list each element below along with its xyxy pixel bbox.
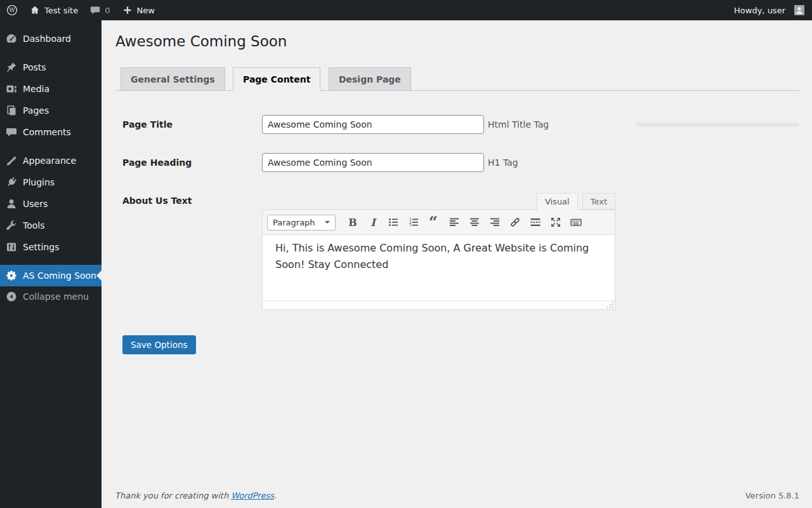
collapse-menu-label: Collapse menu — [23, 291, 89, 302]
page-title: Awesome Coming Soon — [115, 27, 799, 54]
wordpress-link[interactable]: WordPress — [231, 491, 274, 500]
align-left-button[interactable] — [445, 213, 464, 231]
numbered-list-icon: 1 2 3 — [407, 216, 420, 229]
page-heading-input[interactable] — [262, 153, 484, 172]
gear-icon — [5, 269, 18, 282]
sidebar-item-comments[interactable]: Comments — [0, 121, 102, 143]
align-left-icon — [448, 216, 461, 229]
sidebar-item-settings[interactable]: Settings — [0, 236, 102, 258]
tab-design-page[interactable]: Design Page — [329, 67, 411, 91]
italic-button[interactable]: I — [363, 213, 383, 231]
settings-tab-bar: General Settings Page Content Design Pag… — [115, 67, 799, 91]
wordpress-logo-icon: W — [6, 4, 18, 16]
tab-general-settings[interactable]: General Settings — [121, 67, 225, 91]
sidebar-item-label: Dashboard — [23, 34, 71, 44]
chevron-down-icon — [325, 221, 330, 226]
svg-text:W: W — [9, 6, 15, 13]
sidebar-item-label: Media — [23, 84, 49, 94]
insert-link-button[interactable] — [506, 213, 525, 231]
sidebar-item-label: Tools — [23, 220, 45, 231]
plugin-icon — [5, 176, 18, 189]
menu-separator — [0, 50, 102, 57]
page-heading-label: Page Heading — [115, 153, 262, 172]
editor-content-area[interactable]: Hi, This is Awesome Coming Soon, A Great… — [263, 235, 615, 300]
sidebar-item-label: Plugins — [23, 177, 55, 187]
align-right-button[interactable] — [485, 213, 504, 231]
metabox-placeholder — [636, 123, 799, 126]
read-more-icon — [529, 216, 542, 229]
save-options-button[interactable]: Save Options — [122, 335, 196, 354]
home-icon — [29, 4, 41, 16]
sidebar-item-plugins[interactable]: Plugins — [0, 171, 102, 193]
editor-mode-tabs: Visual Text — [262, 191, 615, 210]
pages-icon — [5, 104, 18, 117]
wrench-icon — [5, 219, 18, 232]
bullet-list-icon — [387, 216, 400, 229]
sidebar-item-appearance[interactable]: Appearance — [0, 150, 102, 171]
align-center-button[interactable] — [465, 213, 484, 231]
editor-tab-text[interactable]: Text — [582, 193, 615, 210]
new-content-menu[interactable]: New — [116, 0, 160, 20]
footer-version: Version 5.8.1 — [745, 491, 799, 500]
media-icon — [5, 83, 18, 95]
user-icon — [5, 197, 18, 210]
sidebar-item-label: Comments — [23, 127, 71, 137]
bold-icon: B — [348, 217, 357, 229]
tab-page-content[interactable]: Page Content — [233, 67, 320, 91]
brush-icon — [5, 154, 18, 167]
editor-toolbar: Paragraph B I — [263, 210, 615, 235]
link-icon — [509, 216, 521, 229]
sidebar-item-dashboard[interactable]: Dashboard — [0, 28, 102, 50]
page-title-input[interactable] — [262, 115, 484, 134]
pushpin-icon — [5, 61, 18, 74]
about-us-label: About Us Text — [115, 191, 262, 310]
read-more-button[interactable] — [526, 213, 545, 231]
numbered-list-button[interactable]: 1 2 3 — [404, 213, 423, 231]
paragraph-format-select[interactable]: Paragraph — [267, 215, 336, 231]
page-title-label: Page Title — [115, 115, 262, 134]
comments-count: 0 — [105, 6, 110, 15]
editor-tab-visual[interactable]: Visual — [537, 193, 578, 210]
sidebar-item-media[interactable]: Media — [0, 78, 102, 100]
comment-icon — [5, 126, 18, 138]
page-title-hint: Html Title Tag — [488, 119, 549, 130]
sidebar-item-as-coming-soon[interactable]: AS Coming Soon — [0, 265, 102, 286]
menu-separator — [0, 143, 102, 150]
sidebar-item-tools[interactable]: Tools — [0, 215, 102, 236]
page-content-form: Page Title Html Title Tag Page Heading H… — [115, 105, 799, 319]
wysiwyg-editor: Visual Text Paragraph B — [262, 191, 615, 310]
admin-bar: W Test site 0 New Howdy, user — [0, 0, 812, 20]
toolbar-toggle-button[interactable] — [566, 213, 586, 231]
blockquote-icon: “ — [428, 216, 440, 229]
sidebar-item-posts[interactable]: Posts — [0, 57, 102, 78]
resize-handle[interactable] — [607, 302, 613, 308]
fullscreen-button[interactable] — [546, 213, 565, 231]
my-account-menu[interactable]: Howdy, user — [734, 0, 804, 20]
new-label: New — [137, 6, 155, 15]
avatar — [794, 5, 804, 15]
sidebar-item-label: Posts — [23, 62, 46, 72]
editor-status-bar — [263, 300, 615, 309]
sidebar-item-label: Pages — [23, 105, 49, 116]
sidebar-item-pages[interactable]: Pages — [0, 100, 102, 121]
plus-icon — [122, 4, 133, 16]
align-center-icon — [468, 216, 481, 229]
blockquote-button[interactable]: “ — [424, 213, 443, 231]
bullet-list-button[interactable] — [384, 213, 403, 231]
site-name-menu[interactable]: Test site — [23, 0, 84, 20]
footer-thanks-text: Thank you for creating with WordPress. — [115, 491, 277, 500]
bold-button[interactable]: B — [343, 213, 362, 231]
collapse-arrow-icon — [5, 290, 18, 303]
sidebar-item-label: Users — [23, 199, 48, 209]
sidebar-item-users[interactable]: Users — [0, 193, 102, 215]
wordpress-logo-menu[interactable]: W — [6, 0, 23, 20]
collapse-menu-button[interactable]: Collapse menu — [0, 286, 102, 307]
sliders-icon — [5, 241, 18, 253]
howdy-text: Howdy, user — [734, 6, 785, 15]
comments-menu[interactable]: 0 — [84, 0, 115, 20]
sidebar-item-label: AS Coming Soon — [23, 271, 96, 281]
sidebar-item-label: Appearance — [23, 156, 76, 166]
format-select-value: Paragraph — [273, 218, 315, 227]
sidebar-item-label: Settings — [23, 242, 59, 252]
svg-text:“: “ — [429, 216, 438, 229]
